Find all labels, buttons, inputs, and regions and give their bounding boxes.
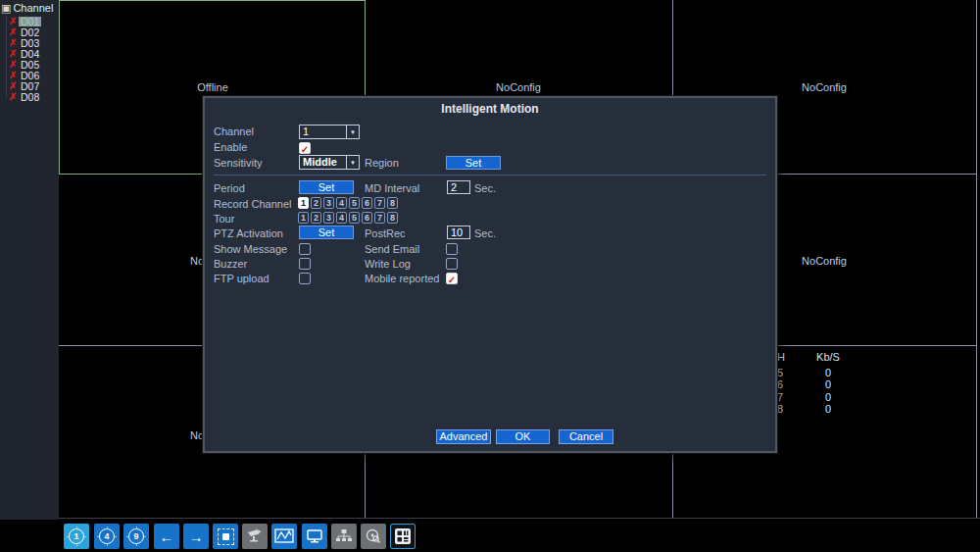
- channel-tree-item-d05[interactable]: ✗ D05: [0, 60, 59, 71]
- record-channel-1[interactable]: 1: [298, 197, 309, 209]
- arrow-left-icon: ←: [160, 529, 174, 544]
- offline-x-icon: ✗: [9, 81, 19, 91]
- offline-x-icon: ✗: [9, 92, 19, 102]
- channel-tree-item-d07[interactable]: ✗ D07: [0, 80, 59, 91]
- monitor-icon: [306, 528, 323, 544]
- ptz-set-button[interactable]: Set: [299, 226, 354, 239]
- bitrate-button[interactable]: [271, 524, 297, 549]
- region-set-button[interactable]: Set: [446, 156, 501, 170]
- ok-button[interactable]: OK: [496, 429, 550, 444]
- channel-tree-item-d02[interactable]: ✗ D02: [0, 27, 59, 38]
- offline-x-icon: ✗: [9, 60, 19, 70]
- prev-channel-button[interactable]: ←: [154, 524, 179, 549]
- view-nine-button[interactable]: 9: [123, 524, 149, 549]
- channel-label: D04: [19, 49, 41, 59]
- network-status-button[interactable]: [331, 524, 357, 549]
- channel-label: D05: [19, 60, 41, 70]
- record-channel-3[interactable]: 3: [323, 197, 334, 209]
- channel-tree-item-d03[interactable]: ✗ D03: [0, 38, 59, 49]
- advanced-button[interactable]: Advanced: [436, 429, 491, 444]
- channel-tree-panel: ▣ Channel ✗ D01 ✗ D02 ✗ D03 ✗ D04 ✗ D05: [0, 0, 59, 520]
- buzzer-checkbox[interactable]: [299, 258, 311, 270]
- postrec-input[interactable]: 10: [447, 226, 470, 239]
- channel-dropdown[interactable]: 1 ▼: [299, 125, 360, 139]
- ftp-upload-label: FTP upload: [214, 273, 270, 284]
- send-email-label: Send Email: [365, 243, 419, 255]
- intelligent-motion-dialog: Intelligent Motion Channel 1 ▼ Enable Se…: [203, 96, 777, 453]
- tour-3[interactable]: 3: [323, 212, 334, 224]
- next-channel-button[interactable]: →: [183, 524, 209, 549]
- record-channel-6[interactable]: 6: [362, 197, 372, 209]
- tour-7[interactable]: 7: [374, 212, 385, 224]
- frame-square-icon: [218, 528, 234, 545]
- ptz-activation-label: PTZ Activation: [214, 227, 283, 239]
- bitrate-channel: 6: [777, 378, 783, 390]
- bottom-toolbar: 1 4 9 ← →: [0, 523, 980, 552]
- view-single-button[interactable]: 1: [64, 524, 89, 549]
- channel-tree-item-d06[interactable]: ✗ D06: [0, 70, 59, 80]
- show-message-label: Show Message: [214, 243, 287, 255]
- channel-matrix-button[interactable]: [390, 524, 416, 549]
- send-email-checkbox[interactable]: [446, 243, 458, 255]
- period-set-button[interactable]: Set: [299, 180, 354, 194]
- grid-line-vertical: [976, 0, 977, 518]
- sensitivity-dropdown-value: Middle: [300, 156, 346, 169]
- show-message-checkbox[interactable]: [299, 243, 311, 255]
- postrec-label: PostRec: [365, 227, 406, 239]
- tour-4[interactable]: 4: [336, 212, 347, 224]
- offline-x-icon: ✗: [9, 27, 19, 37]
- video-cell-label: NoConfig: [802, 81, 847, 93]
- record-channel-4[interactable]: 4: [336, 197, 347, 209]
- tour-8[interactable]: 8: [387, 212, 398, 224]
- chevron-down-icon[interactable]: ▼: [346, 156, 359, 169]
- display-output-button[interactable]: [302, 524, 327, 549]
- record-channel-7[interactable]: 7: [374, 197, 385, 209]
- channel-tree-item-d08[interactable]: ✗ D08: [0, 91, 59, 102]
- write-log-label: Write Log: [365, 258, 411, 270]
- tour-5[interactable]: 5: [349, 212, 360, 224]
- dvr-screen: Offline NoConfig NoConfig NoConfig NoCon…: [0, 0, 980, 552]
- mobile-reported-checkbox[interactable]: [446, 273, 458, 284]
- ptz-control-button[interactable]: [242, 524, 268, 549]
- bitrate-col-rate: Kb/S: [815, 351, 841, 367]
- bitrate-value: 0: [815, 403, 841, 415]
- offline-x-icon: ✗: [9, 17, 19, 26]
- tour-1[interactable]: 1: [298, 212, 309, 224]
- tour-6[interactable]: 6: [362, 212, 372, 224]
- bitrate-value: 0: [815, 378, 841, 390]
- disk-search-icon: [365, 528, 382, 544]
- chevron-down-icon[interactable]: ▼: [346, 125, 359, 138]
- channel-label: D01: [19, 17, 41, 26]
- enable-checkbox[interactable]: [299, 142, 311, 154]
- write-log-checkbox[interactable]: [446, 258, 458, 270]
- channel-tree-item-d01[interactable]: ✗ D01: [0, 17, 59, 27]
- view-quad-icon: 4: [96, 526, 118, 547]
- ftp-upload-checkbox[interactable]: [299, 273, 311, 284]
- period-field-label: Period: [214, 182, 245, 194]
- record-channel-8[interactable]: 8: [387, 197, 398, 209]
- record-channel-5[interactable]: 5: [349, 197, 360, 209]
- record-channel-2[interactable]: 2: [311, 197, 321, 209]
- channel-tree-title: Channel: [13, 2, 53, 14]
- view-nine-icon: 9: [125, 526, 147, 547]
- channel-label: D02: [19, 27, 41, 37]
- record-channel-label: Record Channel: [214, 198, 292, 210]
- buzzer-label: Buzzer: [214, 258, 247, 270]
- single-tour-button[interactable]: [213, 524, 238, 549]
- region-field-label: Region: [365, 157, 399, 169]
- bitrate-col-channel: H: [777, 351, 785, 367]
- md-interval-input[interactable]: 2: [447, 180, 470, 194]
- view-quad-button[interactable]: 4: [94, 524, 120, 549]
- enable-field-label: Enable: [214, 141, 247, 153]
- tour-label: Tour: [214, 213, 234, 225]
- record-search-button[interactable]: [361, 524, 386, 549]
- bitrate-value: 0: [815, 391, 841, 403]
- channel-tree-item-d04[interactable]: ✗ D04: [0, 49, 59, 60]
- window-icon: ▣: [1, 3, 11, 13]
- tour-2[interactable]: 2: [311, 212, 321, 224]
- cancel-button[interactable]: Cancel: [559, 429, 613, 444]
- sensitivity-dropdown[interactable]: Middle ▼: [299, 155, 360, 170]
- sensitivity-field-label: Sensitivity: [214, 157, 263, 169]
- bitrate-row: 7 0: [777, 391, 841, 403]
- bitrate-channel: 8: [777, 403, 783, 415]
